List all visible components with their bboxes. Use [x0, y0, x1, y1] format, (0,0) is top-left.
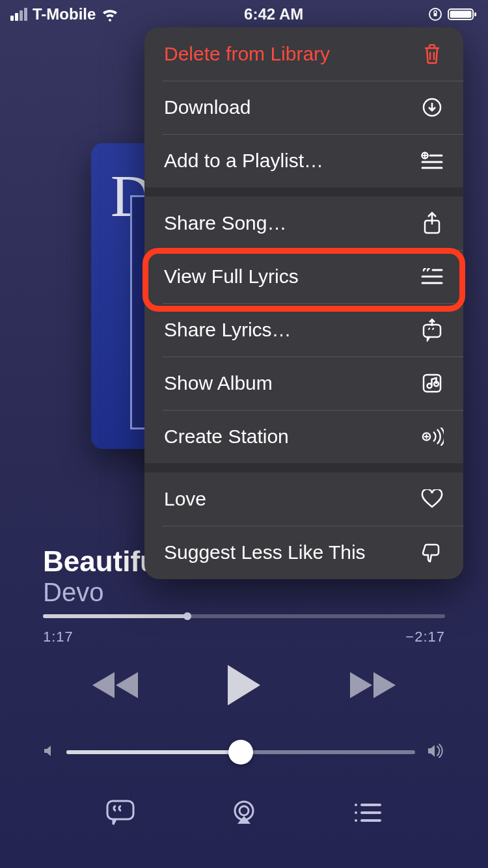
menu-add-to-playlist[interactable]: Add to a Playlist…: [144, 134, 463, 187]
time-elapsed: 1:17: [43, 629, 74, 645]
thumbs-down-icon: [420, 542, 444, 563]
status-right: [428, 7, 478, 21]
menu-download[interactable]: Download: [144, 81, 463, 134]
airplay-button[interactable]: [230, 799, 258, 829]
menu-label: Create Station: [164, 426, 289, 448]
progress-thumb[interactable]: [183, 612, 191, 620]
volume-thumb[interactable]: [228, 740, 253, 765]
play-button[interactable]: [225, 664, 263, 709]
menu-label: Suggest Less Like This: [164, 541, 366, 563]
forward-button[interactable]: [347, 670, 398, 703]
menu-share-lyrics[interactable]: Share Lyrics…: [144, 303, 463, 357]
svg-point-6: [239, 806, 249, 815]
playback-controls: [0, 664, 488, 709]
menu-show-album[interactable]: Show Album: [144, 357, 463, 410]
status-time: 6:42 AM: [244, 5, 303, 23]
carrier-label: T-Mobile: [33, 5, 96, 23]
menu-create-station[interactable]: Create Station: [144, 410, 463, 463]
menu-label: View Full Lyrics: [164, 265, 299, 288]
menu-view-full-lyrics[interactable]: View Full Lyrics: [144, 250, 463, 303]
menu-love[interactable]: Love: [144, 472, 463, 526]
trash-icon: [420, 43, 444, 65]
album-icon: [420, 373, 444, 393]
volume-slider[interactable]: [43, 743, 445, 761]
svg-rect-4: [474, 12, 476, 16]
svg-point-11: [355, 804, 357, 806]
svg-point-13: [355, 819, 357, 822]
menu-label: Download: [164, 96, 251, 118]
menu-label: Love: [164, 488, 206, 510]
song-title: Beautifu: [43, 545, 157, 578]
progress-fill: [43, 614, 187, 618]
svg-rect-3: [450, 11, 472, 18]
svg-rect-25: [424, 325, 441, 337]
battery-icon: [448, 7, 478, 21]
rewind-button[interactable]: [90, 670, 141, 703]
menu-share-song[interactable]: Share Song…: [144, 197, 463, 250]
bottom-actions: [0, 799, 488, 829]
volume-high-icon: [427, 743, 445, 761]
svg-rect-1: [434, 13, 437, 16]
queue-button[interactable]: [353, 802, 383, 826]
lyrics-icon: [420, 268, 444, 285]
volume-track[interactable]: [66, 750, 415, 754]
status-bar: T-Mobile 6:42 AM: [0, 0, 488, 29]
menu-label: Share Song…: [164, 212, 286, 234]
status-left: T-Mobile: [10, 5, 119, 23]
station-icon: [420, 427, 444, 446]
heart-icon: [420, 489, 444, 509]
context-menu: Delete from Library Download Add to a Pl…: [144, 27, 463, 579]
song-artist[interactable]: Devo: [43, 578, 103, 607]
progress-track[interactable]: [43, 614, 445, 618]
menu-divider: [144, 187, 463, 197]
download-icon: [420, 97, 444, 118]
time-remaining: −2:17: [405, 629, 445, 645]
menu-label: Share Lyrics…: [164, 319, 291, 341]
menu-suggest-less[interactable]: Suggest Less Like This: [144, 526, 463, 579]
cellular-signal-icon: [10, 8, 27, 21]
menu-delete-from-library[interactable]: Delete from Library: [144, 27, 463, 81]
menu-label: Delete from Library: [164, 43, 330, 65]
orientation-lock-icon: [428, 7, 442, 21]
lyrics-button[interactable]: [105, 799, 135, 829]
menu-label: Add to a Playlist…: [164, 150, 323, 172]
menu-divider: [144, 463, 463, 472]
svg-point-12: [355, 811, 357, 814]
playlist-add-icon: [420, 152, 444, 170]
wifi-icon: [101, 7, 119, 21]
volume-low-icon: [43, 744, 55, 760]
share-icon: [420, 211, 444, 235]
volume-fill: [66, 750, 241, 754]
menu-label: Show Album: [164, 372, 273, 394]
share-lyrics-icon: [420, 318, 444, 342]
playback-progress[interactable]: 1:17 −2:17: [43, 614, 445, 645]
